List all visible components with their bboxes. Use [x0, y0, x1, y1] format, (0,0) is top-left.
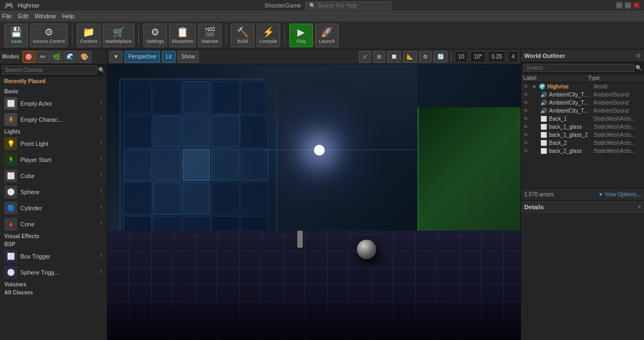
content-button[interactable]: 📁 Content — [77, 24, 100, 47]
viewport-icon-1[interactable]: ⤢ — [359, 51, 371, 63]
outliner-item-ambient3[interactable]: 👁 🔊 AmbientCity_TypeD_Stereo_{ AmbientSo… — [521, 107, 644, 115]
mode-geometry[interactable]: 🎨 — [78, 51, 91, 63]
help-search[interactable] — [318, 3, 382, 9]
viewport-icon-2[interactable]: ⊞ — [373, 51, 385, 63]
viewport-num4[interactable]: 4 — [508, 51, 518, 63]
eye-icon[interactable]: 👁 — [523, 84, 530, 90]
outliner-item-back2[interactable]: 👁 ⬜ Back_2 StaticMeshActo... — [521, 139, 644, 147]
mode-foliage[interactable]: 🌊 — [64, 51, 77, 63]
outliner-options-icon[interactable]: ⚙ — [636, 53, 641, 58]
all-classes-title[interactable]: All Classes — [0, 289, 107, 297]
visual-effects-title[interactable]: Visual Effects — [0, 232, 107, 240]
sphere-trigger-help[interactable]: ? — [99, 270, 103, 276]
matinee-button[interactable]: 🎬 Matinee — [198, 24, 222, 47]
save-button[interactable]: 💾 Save — [4, 24, 28, 47]
empty-character-item[interactable]: 🧍 Empty Charac... ? — [0, 112, 107, 128]
compile-button[interactable]: ⚡ Compile — [257, 24, 280, 47]
outliner-item-back2glass[interactable]: 👁 ⬜ back_2_glass StaticMeshActo... — [521, 147, 644, 155]
col-label-header[interactable]: Label — [523, 75, 588, 81]
menu-window[interactable]: Window — [35, 13, 56, 19]
class-search-input[interactable] — [2, 65, 97, 75]
outliner-items-list: 👁 ▼ 🌍 Highrise World 👁 🔊 AmbientCity_Typ… — [521, 83, 644, 188]
blueprints-button[interactable]: 📋 Blueprints — [169, 24, 196, 47]
outliner-title: World Outliner — [524, 53, 636, 59]
show-btn[interactable]: Show — [178, 51, 199, 63]
point-light-help[interactable]: ? — [99, 141, 103, 147]
sphere-trigger-item[interactable]: ⚪ Sphere Trigg... ? — [0, 264, 107, 280]
minimize-btn[interactable]: ─ — [616, 2, 623, 9]
viewport-icon-5[interactable]: ⚙ — [419, 51, 431, 63]
col-type-header[interactable]: Type — [588, 75, 642, 81]
menu-file[interactable]: File — [2, 13, 12, 19]
viewport-num2[interactable]: 10* — [470, 51, 486, 63]
build-button[interactable]: 🔨 Build — [231, 24, 254, 47]
eye-icon-7[interactable]: 👁 — [523, 132, 530, 138]
eye-icon-4[interactable]: 👁 — [523, 108, 530, 114]
menu-edit[interactable]: Edit — [18, 13, 28, 19]
source-control-button[interactable]: ⚙ Source Control — [30, 24, 68, 47]
player-start-help[interactable]: ? — [99, 157, 103, 163]
close-btn[interactable]: × — [633, 2, 640, 9]
box-trigger-item[interactable]: ⬜ Box Trigger ? — [0, 248, 107, 264]
perspective-btn[interactable]: Perspective — [125, 51, 160, 63]
basic-section-title[interactable]: Basic — [0, 87, 107, 95]
viewport-num3[interactable]: 0.25 — [488, 51, 506, 63]
viewport-icon-3[interactable]: 🔲 — [387, 51, 401, 63]
viewport-scene: Level: Highrise (Persistent) X Y Z — [107, 64, 521, 340]
mode-landscape[interactable]: 🌿 — [50, 51, 63, 63]
cone-item[interactable]: 🔺 Cone ? — [0, 216, 107, 232]
sphere-help[interactable]: ? — [99, 189, 103, 195]
launch-button[interactable]: 🚀 Launch — [315, 24, 339, 47]
box-trigger-help[interactable]: ? — [99, 254, 103, 260]
lights-section-title[interactable]: Lights — [0, 128, 107, 136]
class-search-bar: 🔍 — [0, 64, 107, 76]
viewport[interactable]: Level: Highrise (Persistent) X Y Z — [107, 64, 521, 340]
empty-character-help[interactable]: ? — [99, 117, 103, 123]
empty-actor-item[interactable]: ⬜ Empty Actor ? — [0, 95, 107, 112]
cone-help[interactable]: ? — [99, 221, 103, 227]
mesh-icon-4: ⬜ — [540, 140, 547, 146]
eye-icon-8[interactable]: 👁 — [523, 140, 530, 146]
empty-actor-help[interactable]: ? — [99, 101, 103, 107]
menu-help[interactable]: Help — [62, 13, 75, 19]
cylinder-item[interactable]: 🔵 Cylinder ? — [0, 200, 107, 216]
mode-place[interactable]: 🎯 — [23, 51, 35, 63]
maximize-btn[interactable]: □ — [625, 2, 631, 9]
outliner-item-highrise[interactable]: 👁 ▼ 🌍 Highrise World — [521, 83, 644, 91]
eye-icon-3[interactable]: 👁 — [523, 100, 530, 106]
outliner-item-back1[interactable]: 👁 ⬜ Back_1 StaticMeshActo... — [521, 115, 644, 123]
cube-help[interactable]: ? — [99, 173, 103, 179]
marketplace-button[interactable]: 🛒 Marketplace — [103, 24, 134, 47]
eye-icon-9[interactable]: 👁 — [523, 148, 530, 154]
viewport-icon-4[interactable]: 📐 — [403, 51, 417, 63]
eye-icon-5[interactable]: 👁 — [523, 116, 530, 122]
viewport-icon-6[interactable]: 🔄 — [434, 51, 448, 63]
viewport-num1[interactable]: 10 — [455, 51, 468, 63]
outliner-item-ambient1[interactable]: 👁 🔊 AmbientCity_TypeC_Stereo AmbientSoun… — [521, 91, 644, 99]
play-button[interactable]: ▶ Play — [289, 24, 313, 47]
bsp-title[interactable]: BSP — [0, 240, 107, 248]
outliner-item-ambient2[interactable]: 👁 🔊 AmbientCity_TypeC_Stereo_{ AmbientSo… — [521, 99, 644, 107]
outliner-search-input[interactable] — [523, 64, 634, 72]
volumes-title[interactable]: Volumes — [0, 280, 107, 289]
sphere-trigger-icon: ⚪ — [4, 266, 17, 279]
cylinder-help[interactable]: ? — [99, 205, 103, 211]
settings-button[interactable]: ⚙ Settings — [143, 24, 167, 47]
mode-paint[interactable]: ✏ — [36, 51, 49, 63]
details-close-icon[interactable]: × — [638, 204, 641, 210]
outliner-item-back1glass[interactable]: 👁 ⬜ back_1_glass StaticMeshActo... — [521, 123, 644, 131]
window-controls: ─ □ × — [616, 2, 640, 9]
viewport-menu-btn[interactable]: ▼ — [109, 51, 122, 63]
cube-item[interactable]: ⬜ Cube ? — [0, 168, 107, 184]
view-options-btn[interactable]: ▼ View Options... — [598, 191, 641, 197]
player-start-item[interactable]: 🏃 Player Start ? — [0, 152, 107, 168]
eye-icon-2[interactable]: 👁 — [523, 92, 530, 98]
build-icon: 🔨 — [237, 26, 248, 38]
sphere-label: Sphere — [20, 189, 96, 195]
eye-icon-6[interactable]: 👁 — [523, 124, 530, 130]
recently-placed-title[interactable]: Recently Placed — [4, 78, 103, 84]
sphere-item[interactable]: ⚪ Sphere ? — [0, 184, 107, 200]
point-light-item[interactable]: 💡 Point Light ? — [0, 136, 107, 152]
outliner-item-back1glass2[interactable]: 👁 ⬜ back_1_glass_2 StaticMeshActo... — [521, 131, 644, 139]
lit-btn[interactable]: Lit — [162, 51, 175, 63]
